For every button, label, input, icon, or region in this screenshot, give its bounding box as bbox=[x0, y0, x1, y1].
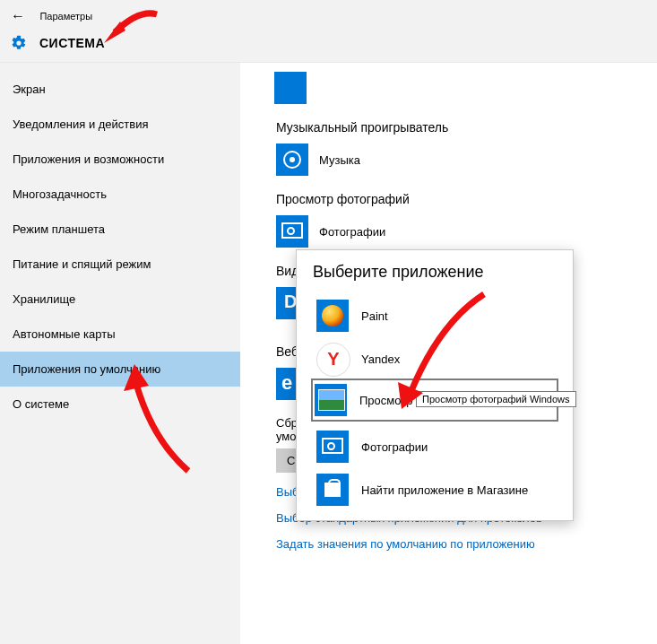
sidebar-item-display[interactable]: Экран bbox=[0, 72, 240, 107]
popup-item-yandex[interactable]: Yandex bbox=[313, 337, 557, 380]
sidebar-item-multitasking[interactable]: Многозадачность bbox=[0, 177, 240, 212]
sidebar-item-apps-features[interactable]: Приложения и возможности bbox=[0, 142, 240, 177]
yandex-icon bbox=[316, 343, 349, 375]
sidebar: Экран Уведомления и действия Приложения … bbox=[0, 63, 240, 644]
default-photos-app[interactable]: Фотографии bbox=[276, 215, 657, 248]
gear-icon bbox=[11, 35, 27, 51]
sidebar-item-notifications[interactable]: Уведомления и действия bbox=[0, 107, 240, 142]
header: ← Параметры СИСТЕМА bbox=[0, 0, 657, 63]
app-chooser-popup: Выберите приложение Paint Yandex Просмот… bbox=[296, 249, 574, 521]
sidebar-item-about[interactable]: О системе bbox=[0, 387, 240, 422]
popup-title: Выберите приложение bbox=[313, 263, 557, 282]
popup-item-label: Yandex bbox=[361, 352, 400, 366]
unknown-app-icon[interactable] bbox=[274, 72, 307, 104]
app-label: Фотографии bbox=[319, 225, 385, 239]
default-music-app[interactable]: Музыка bbox=[276, 144, 657, 176]
back-arrow-icon[interactable]: ← bbox=[11, 8, 25, 24]
sidebar-item-power-sleep[interactable]: Питание и спящий режим bbox=[0, 247, 240, 282]
popup-item-label: Найти приложение в Магазине bbox=[361, 483, 528, 497]
breadcrumb: Параметры bbox=[39, 11, 92, 22]
popup-item-label: Paint bbox=[361, 309, 388, 323]
photos-icon bbox=[316, 431, 349, 463]
paint-icon bbox=[316, 300, 349, 332]
section-photo-viewer: Просмотр фотографий bbox=[276, 192, 657, 206]
page-title: СИСТЕМА bbox=[39, 36, 105, 50]
windows-photo-viewer-icon bbox=[315, 384, 347, 416]
sidebar-item-default-apps[interactable]: Приложения по умолчанию bbox=[0, 352, 240, 387]
photos-icon bbox=[276, 215, 308, 248]
sidebar-item-offline-maps[interactable]: Автономные карты bbox=[0, 317, 240, 352]
music-icon bbox=[276, 144, 308, 176]
store-icon bbox=[316, 474, 349, 506]
popup-item-label: Фотографии bbox=[361, 440, 428, 454]
link-set-by-app[interactable]: Задать значения по умолчанию по приложен… bbox=[276, 537, 657, 551]
settings-window: ← Параметры СИСТЕМА Экран Уведомления и … bbox=[0, 0, 657, 644]
section-music-player: Музыкальный проигрыватель bbox=[276, 120, 657, 135]
app-label: Музыка bbox=[319, 153, 360, 167]
tooltip: Просмотр фотографий Windows bbox=[416, 391, 576, 407]
popup-item-paint[interactable]: Paint bbox=[313, 294, 557, 337]
popup-item-store[interactable]: Найти приложение в Магазине bbox=[313, 468, 557, 511]
sidebar-item-tablet-mode[interactable]: Режим планшета bbox=[0, 212, 240, 247]
popup-item-photos[interactable]: Фотографии bbox=[313, 425, 557, 468]
sidebar-item-storage[interactable]: Хранилище bbox=[0, 282, 240, 317]
